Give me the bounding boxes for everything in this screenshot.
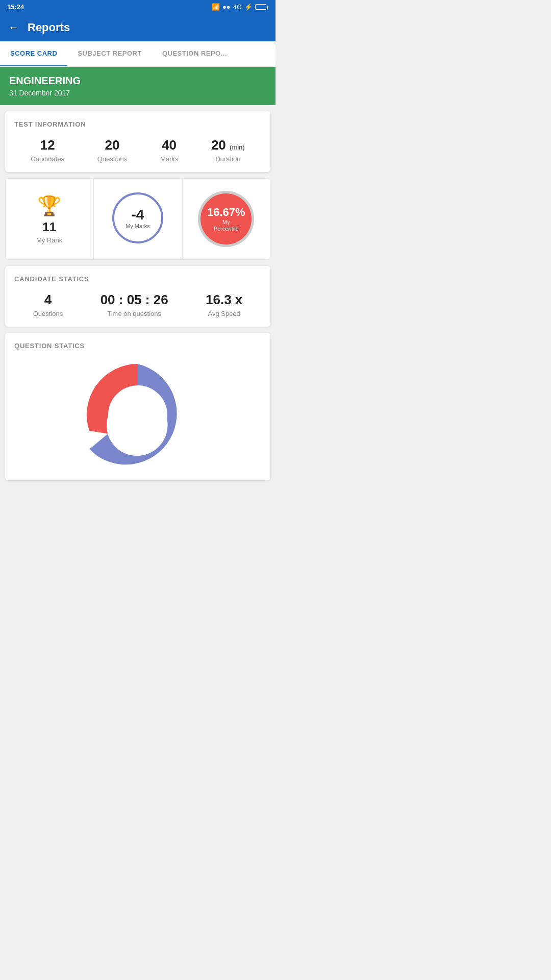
rank-box: 🏆 11 My Rank [5,178,93,260]
my-marks-label: My Marks [126,223,150,229]
tab-question-report[interactable]: QUESTION REPO... [152,41,237,66]
duration-item: 20 (min) Duration [211,137,245,163]
question-statics-card: QUESTION STATICS [5,333,270,480]
duration-value: 20 (min) [211,137,245,153]
donut-chart [66,359,209,471]
stats-row: 🏆 11 My Rank -4 My Marks 16.67% MyPercen… [5,178,270,260]
marks-label: Marks [160,155,178,163]
questions-label: Questions [97,155,128,163]
rank-label: My Rank [36,236,62,244]
cand-questions-label: Questions [33,310,63,317]
percentile-value: 16.67% [207,206,245,219]
cand-speed: 16.3 x Avg Speed [206,292,242,317]
questions-item: 20 Questions [97,137,128,163]
tab-score-card[interactable]: SCORE CARD [0,41,67,67]
test-info-row: 12 Candidates 20 Questions 40 Marks 20 (… [14,137,261,163]
battery-icon [255,4,268,10]
app-bar: ← Reports [0,14,276,41]
candidate-row: 4 Questions 00 : 05 : 26 Time on questio… [14,292,261,317]
marks-box: -4 My Marks [93,178,182,260]
back-button[interactable]: ← [8,21,19,34]
marks-value: 40 [160,137,178,153]
status-time: 15:24 [7,3,24,11]
questions-value: 20 [97,137,128,153]
cand-speed-value: 16.3 x [206,292,242,308]
percentile-inner: 16.67% MyPercentile [201,193,252,244]
percentile-label: MyPercentile [214,219,239,232]
status-icons: 📶 ●● 4G ⚡ [212,3,268,11]
marks-item: 40 Marks [160,137,178,163]
marks-circle: -4 My Marks [112,192,163,243]
trophy-icon: 🏆 [37,194,61,217]
percentile-box: 16.67% MyPercentile [182,178,270,260]
cand-time: 00 : 05 : 26 Time on questions [101,292,168,317]
tab-subject-report[interactable]: SUBJECT REPORT [67,41,152,66]
cand-questions-value: 4 [33,292,63,308]
candidate-statics-card: CANDIDATE STATICS 4 Questions 00 : 05 : … [5,266,270,327]
cand-questions: 4 Questions [33,292,63,317]
donut-center [108,385,167,445]
signal-icon: ●● [222,3,231,11]
percentile-outer: 16.67% MyPercentile [198,191,254,247]
candidate-statics-title: CANDIDATE STATICS [14,275,261,283]
test-info-card: TEST INFORMATION 12 Candidates 20 Questi… [5,111,270,172]
page-title: Reports [28,21,70,34]
question-statics-title: QUESTION STATICS [14,342,261,350]
exam-date: 31 December 2017 [9,89,266,97]
duration-label: Duration [211,155,245,163]
exam-banner: ENGINEERING 31 December 2017 [0,67,276,105]
cand-speed-label: Avg Speed [206,310,242,317]
bluetooth-icon: 📶 [212,3,220,11]
status-bar: 15:24 📶 ●● 4G ⚡ [0,0,276,14]
cand-time-label: Time on questions [101,310,168,317]
candidates-item: 12 Candidates [31,137,64,163]
candidates-value: 12 [31,137,64,153]
candidates-label: Candidates [31,155,64,163]
test-info-title: TEST INFORMATION [14,120,261,128]
my-marks-value: -4 [132,207,144,223]
rank-value: 11 [42,220,56,234]
tab-bar: SCORE CARD SUBJECT REPORT QUESTION REPO.… [0,41,276,67]
exam-name: ENGINEERING [9,75,266,87]
network-icon: 4G [233,3,242,11]
donut-chart-container [14,359,261,471]
bolt-icon: ⚡ [244,3,253,11]
cand-time-value: 00 : 05 : 26 [101,292,168,308]
